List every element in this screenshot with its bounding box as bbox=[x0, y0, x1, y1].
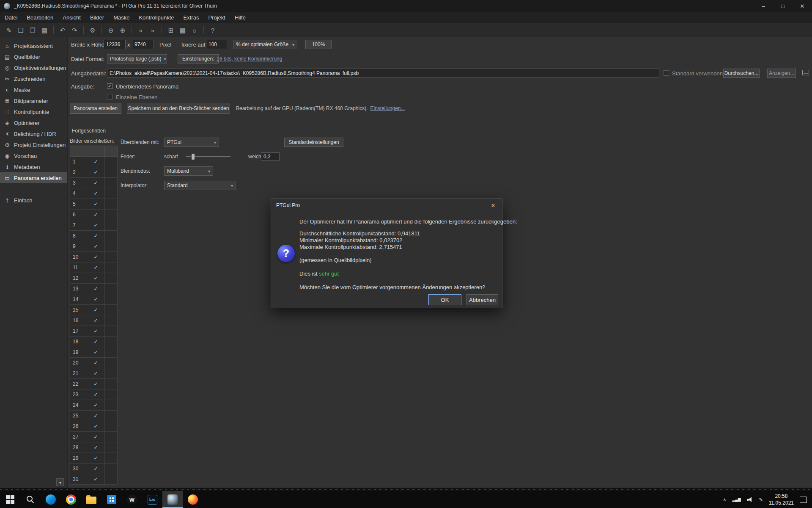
menu-projekt[interactable]: Projekt bbox=[203, 12, 230, 23]
maximize-button[interactable]: □ bbox=[773, 0, 793, 12]
menu-kontrollpunkte[interactable]: Kontrollpunkte bbox=[134, 12, 178, 23]
minimize-button[interactable]: – bbox=[754, 0, 773, 12]
taskbar-lightroom-button[interactable]: Lrc bbox=[142, 491, 162, 508]
image-row-checkbox[interactable]: ✓ bbox=[87, 347, 105, 358]
gpu-settings-link[interactable]: Einstellungen... bbox=[370, 105, 405, 111]
sidebar-item-optimierer[interactable]: ◈ Optimierer bbox=[0, 117, 67, 128]
image-row-checkbox[interactable]: ✓ bbox=[87, 474, 105, 485]
sidebar-item-maske[interactable]: ◐ Maske bbox=[0, 84, 67, 95]
format-select[interactable]: Photoshop large (.psb) ▾ bbox=[107, 54, 167, 64]
fix-input[interactable] bbox=[206, 40, 227, 49]
titlebar[interactable]: _K095286B,Radius8,Smoothing4 Panorama * … bbox=[0, 0, 812, 12]
image-row-checkbox[interactable]: ✓ bbox=[87, 464, 105, 474]
slider-thumb[interactable] bbox=[191, 153, 195, 160]
redo-button[interactable]: ↷ bbox=[69, 25, 80, 36]
taskbar-store-button[interactable] bbox=[102, 491, 122, 508]
sidebar-item-vorschau[interactable]: ◉ Vorschau bbox=[0, 150, 67, 161]
tray-expand-icon[interactable]: ∧ bbox=[723, 497, 726, 502]
taskbar-firefox-button[interactable] bbox=[183, 491, 203, 508]
image-row-checkbox[interactable]: ✓ bbox=[87, 326, 105, 337]
show-button[interactable]: Anzeigen... bbox=[767, 69, 796, 78]
sidebar-item-einfach[interactable]: ↥ Einfach bbox=[0, 195, 67, 206]
network-icon[interactable]: ▂▄▆ bbox=[732, 498, 741, 502]
feather-value-input[interactable] bbox=[261, 152, 280, 161]
sidebar-item-belichtung-hdr[interactable]: ☀ Belichtung / HDR bbox=[0, 128, 67, 139]
fit-view-button[interactable]: ⊞ bbox=[165, 25, 176, 36]
individual-layers-checkbox[interactable] bbox=[107, 94, 112, 99]
blended-panorama-checkbox[interactable]: ✓ bbox=[107, 83, 112, 89]
zoom-out-button[interactable]: ⊖ bbox=[105, 25, 116, 36]
image-row-checkbox[interactable]: ✓ bbox=[87, 252, 105, 262]
interpolator-select[interactable]: Standard ▾ bbox=[164, 181, 236, 190]
taskbar-chrome-button[interactable] bbox=[61, 491, 81, 508]
image-row-checkbox[interactable]: ✓ bbox=[87, 379, 105, 389]
image-row-checkbox[interactable]: ✓ bbox=[87, 241, 105, 252]
menu-hilfe[interactable]: Hilfe bbox=[230, 12, 250, 23]
dialog-titlebar[interactable]: PTGui Pro ✕ bbox=[271, 199, 502, 212]
blend-select[interactable]: PTGui ▾ bbox=[164, 138, 219, 147]
image-row-checkbox[interactable]: ✓ bbox=[87, 368, 105, 379]
image-row-checkbox[interactable]: ✓ bbox=[87, 284, 105, 294]
new-project-button[interactable]: ❏ bbox=[15, 25, 26, 36]
menu-extras[interactable]: Extras bbox=[179, 12, 204, 23]
width-input[interactable] bbox=[104, 40, 126, 49]
image-row-checkbox[interactable]: ✓ bbox=[87, 442, 105, 453]
image-row-checkbox[interactable]: ✓ bbox=[87, 294, 105, 305]
cancel-button[interactable]: Abbrechen bbox=[466, 294, 498, 305]
image-row-checkbox[interactable]: ✓ bbox=[87, 220, 105, 231]
detail-table-button[interactable]: ▦ bbox=[177, 25, 188, 36]
taskbar-word-button[interactable]: W bbox=[122, 491, 142, 508]
image-row-checkbox[interactable]: ✓ bbox=[87, 389, 105, 400]
previous-image-button[interactable]: « bbox=[135, 25, 146, 36]
blendmode-select[interactable]: Multiband ▾ bbox=[164, 166, 213, 176]
scroll-left-button[interactable]: ◂ bbox=[56, 478, 64, 486]
image-row-checkbox[interactable]: ✓ bbox=[87, 432, 105, 442]
image-row-checkbox[interactable]: ✓ bbox=[87, 231, 105, 241]
menu-bilder[interactable]: Bilder bbox=[85, 12, 109, 23]
output-file-input[interactable] bbox=[107, 69, 659, 78]
image-row-checkbox[interactable]: ✓ bbox=[87, 400, 105, 411]
height-input[interactable] bbox=[132, 40, 154, 49]
undo-button[interactable]: ↶ bbox=[57, 25, 68, 36]
image-row-checkbox[interactable]: ✓ bbox=[87, 411, 105, 421]
close-button[interactable]: ✕ bbox=[793, 0, 812, 12]
next-image-button[interactable]: » bbox=[147, 25, 158, 36]
browse-button[interactable]: Durchsuchen... bbox=[723, 69, 760, 78]
action-center-icon[interactable] bbox=[800, 497, 807, 503]
open-output-icon[interactable] bbox=[802, 70, 809, 75]
image-row-checkbox[interactable]: ✓ bbox=[87, 358, 105, 368]
image-row-checkbox[interactable]: ✓ bbox=[87, 262, 105, 273]
taskbar-edge-button[interactable] bbox=[41, 491, 61, 508]
settings-button[interactable]: ⚙ bbox=[87, 25, 98, 36]
ok-button[interactable]: OK bbox=[428, 294, 461, 305]
use-default-checkbox[interactable] bbox=[664, 70, 669, 76]
copy-project-button[interactable]: ❐ bbox=[27, 25, 38, 36]
zoom-in-button[interactable]: ⊕ bbox=[117, 25, 128, 36]
dialog-close-button[interactable]: ✕ bbox=[484, 199, 502, 212]
menu-bearbeiten[interactable]: Bearbeiten bbox=[22, 12, 58, 23]
taskbar-start-button[interactable] bbox=[0, 491, 20, 508]
sidebar-item-quellbilder[interactable]: ▤ Quellbilder bbox=[0, 51, 67, 62]
sidebar-item-projektassistent[interactable]: ⌂ Projektassistent bbox=[0, 40, 67, 51]
menu-maske[interactable]: Maske bbox=[109, 12, 134, 23]
sidebar-item-panorama-erstellen[interactable]: ▭ Panorama erstellen bbox=[0, 172, 67, 183]
taskbar-ptgui-button[interactable] bbox=[162, 491, 183, 508]
percent-button[interactable]: 100% bbox=[305, 40, 332, 49]
create-panorama-button[interactable]: Panorama erstellen bbox=[70, 103, 121, 114]
sidebar-item-projekt-einstellungen[interactable]: ⚙ Projekt Einstellungen bbox=[0, 139, 67, 150]
taskbar-clock[interactable]: 20:58 11.05.2021 bbox=[769, 493, 794, 506]
image-row-checkbox[interactable]: ✓ bbox=[87, 453, 105, 464]
sidebar-item-kontrollpunkte[interactable]: ∷ Kontrollpunkte bbox=[0, 106, 67, 117]
hints-button[interactable]: ☼ bbox=[189, 25, 200, 36]
format-settings-button[interactable]: Einstellungen: bbox=[178, 54, 219, 64]
image-row-checkbox[interactable]: ✓ bbox=[87, 421, 105, 432]
image-row-checkbox[interactable]: ✓ bbox=[87, 337, 105, 347]
feather-slider[interactable] bbox=[186, 153, 230, 160]
format-settings-link[interactable]: 16 bits, keine Komprimierung bbox=[217, 56, 282, 62]
sidebar-item-objektiveinstellungen[interactable]: ◎ Objektiveinstellungen bbox=[0, 62, 67, 73]
blend-defaults-button[interactable]: Standardeinstellungen bbox=[284, 138, 343, 147]
menu-ansicht[interactable]: Ansicht bbox=[58, 12, 85, 23]
help-button[interactable]: ? bbox=[207, 25, 218, 36]
fix-unit-select[interactable]: % der optimalen Größe ▾ bbox=[233, 40, 297, 49]
volume-icon[interactable] bbox=[747, 497, 753, 502]
